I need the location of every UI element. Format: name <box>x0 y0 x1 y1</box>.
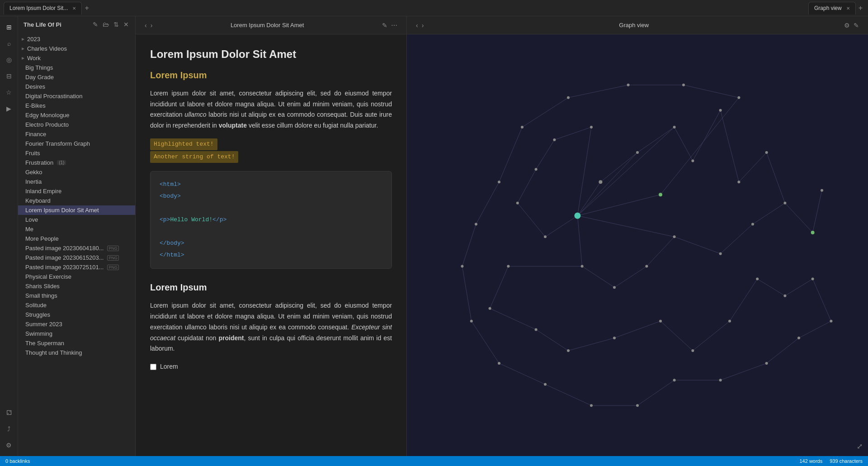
doc-heading-1: Lorem Ipsum Dolor Sit Amet <box>150 45 392 64</box>
tree-item[interactable]: ▶Charles Videos <box>18 44 135 53</box>
tree-item[interactable]: Lorem Ipsum Dolor Sit Amet <box>18 205 135 215</box>
tab-graph[interactable]: Graph view ✕ <box>808 2 856 14</box>
file-label: Day Grade <box>25 74 54 81</box>
svg-point-57 <box>574 213 580 219</box>
tag-icon[interactable]: ▶ <box>2 101 16 116</box>
svg-point-84 <box>659 320 662 323</box>
svg-line-41 <box>472 321 499 363</box>
highlight-block: Highlighted text! Another string of text… <box>150 138 392 164</box>
svg-point-102 <box>498 181 500 183</box>
tree-item[interactable]: The Superman <box>18 338 135 348</box>
svg-line-1 <box>577 152 637 216</box>
tab-document[interactable]: Lorem Ipsum Dolor Sit... ✕ <box>4 2 82 14</box>
new-note-button[interactable]: ✎ <box>92 20 99 29</box>
svg-point-82 <box>567 349 570 352</box>
svg-line-24 <box>536 329 568 351</box>
graph-settings-button[interactable]: ⚙ <box>842 20 852 31</box>
tree-item[interactable]: Keyboard <box>18 196 135 205</box>
tree-item[interactable]: Desires <box>18 82 135 91</box>
tree-item[interactable]: Thought und Thinking <box>18 348 135 357</box>
tree-item[interactable]: Frustration(1) <box>18 158 135 167</box>
status-words: 142 words <box>799 458 822 464</box>
doc-edit-button[interactable]: ✎ <box>380 20 389 31</box>
tree-item[interactable]: Swimming <box>18 329 135 338</box>
tree-item[interactable]: Digital Procrastination <box>18 91 135 101</box>
tab-group: Lorem Ipsum Dolor Sit... ✕ + <box>4 2 91 14</box>
tree-item[interactable]: Finance <box>18 129 135 139</box>
search-icon[interactable]: ⌕ <box>2 36 16 51</box>
svg-line-25 <box>568 338 614 351</box>
graph-icon[interactable]: ◎ <box>2 52 16 67</box>
svg-point-66 <box>811 231 815 234</box>
settings-icon[interactable]: ⚙ <box>2 438 16 452</box>
tree-item[interactable]: Me <box>18 224 135 234</box>
graph-forward-button[interactable]: › <box>420 20 426 31</box>
svg-line-20 <box>582 266 614 288</box>
svg-line-14 <box>813 190 822 233</box>
doc-forward-button[interactable]: › <box>149 20 155 31</box>
tree-item[interactable]: Small things <box>18 291 135 300</box>
svg-point-59 <box>636 151 639 154</box>
tree-item[interactable]: Physical Exercise <box>18 272 135 281</box>
folder-label: Work <box>27 55 41 62</box>
files-icon[interactable]: ⊟ <box>2 69 16 83</box>
tree-item[interactable]: Day Grade <box>18 72 135 82</box>
tree-item[interactable]: Fruits <box>18 148 135 158</box>
tab-graph-close[interactable]: ✕ <box>846 6 850 11</box>
tree-item[interactable]: Summer 2023 <box>18 319 135 329</box>
graph-back-button[interactable]: ‹ <box>414 20 420 31</box>
tree-item[interactable]: Pasted image 20230615203...PNG <box>18 253 135 262</box>
new-folder-button[interactable]: 🗁 <box>102 20 110 29</box>
tree-item[interactable]: Gekko <box>18 167 135 177</box>
tree-item[interactable]: Electro Producto <box>18 120 135 129</box>
file-label: Me <box>25 226 33 233</box>
svg-point-67 <box>821 189 823 192</box>
tree-item[interactable]: Edgy Monologue <box>18 110 135 120</box>
graph-title: Graph view <box>425 22 842 29</box>
doc-more-button[interactable]: ⋯ <box>389 20 399 31</box>
checkbox-input[interactable] <box>150 364 156 370</box>
tree-item[interactable]: Pasted image 20230725101...PNG <box>18 262 135 272</box>
community-icon[interactable]: ⚁ <box>2 405 16 420</box>
tree-item[interactable]: Struggles <box>18 310 135 319</box>
tree-item[interactable]: E-Bikes <box>18 101 135 110</box>
svg-point-76 <box>535 168 538 171</box>
tab-document-close[interactable]: ✕ <box>72 6 76 11</box>
doc-back-button[interactable]: ‹ <box>143 20 149 31</box>
file-tree: ▶2023▶Charles Videos▶WorkBig ThingsDay G… <box>18 33 135 456</box>
file-label: Frustration <box>25 159 53 166</box>
svg-line-56 <box>577 127 591 216</box>
graph-expand-button[interactable]: ⤢ <box>857 442 863 451</box>
svg-line-50 <box>660 98 739 195</box>
tree-item[interactable]: ▶2023 <box>18 34 135 44</box>
close-sidebar-button[interactable]: ✕ <box>123 20 130 29</box>
png-badge: PNG <box>107 255 119 261</box>
tree-item[interactable]: Big Things <box>18 63 135 72</box>
sidebar-toggle-icon[interactable]: ⊞ <box>2 20 16 34</box>
tree-item[interactable]: Love <box>18 215 135 224</box>
tree-item[interactable]: Sharis Slides <box>18 281 135 291</box>
svg-point-89 <box>811 278 814 281</box>
tab-add-graph-button[interactable]: + <box>857 4 864 12</box>
svg-point-74 <box>544 235 547 238</box>
sort-button[interactable]: ⇅ <box>113 20 120 29</box>
tab-add-button[interactable]: + <box>83 4 90 12</box>
tree-item[interactable]: More People <box>18 234 135 243</box>
svg-point-85 <box>691 349 694 352</box>
graph-canvas[interactable]: ⤢ <box>407 34 868 456</box>
tree-item[interactable]: Inertia <box>18 177 135 186</box>
tree-item[interactable]: Pasted image 20230604180...PNG <box>18 243 135 253</box>
tree-item[interactable]: Solitude <box>18 300 135 310</box>
folder-arrow-icon: ▶ <box>22 56 24 60</box>
star-icon[interactable]: ☆ <box>2 85 16 100</box>
graph-more-button[interactable]: ✎ <box>852 20 861 31</box>
svg-line-52 <box>518 203 545 237</box>
publish-icon[interactable]: ⤴ <box>2 422 16 436</box>
tree-item[interactable]: ▶Work <box>18 53 135 63</box>
tree-item[interactable]: Fourier Transform Graph <box>18 139 135 148</box>
svg-point-90 <box>830 320 832 323</box>
tree-item[interactable]: Inland Empire <box>18 186 135 196</box>
svg-point-79 <box>507 265 509 268</box>
graph-svg <box>407 34 868 456</box>
svg-line-9 <box>693 110 720 161</box>
